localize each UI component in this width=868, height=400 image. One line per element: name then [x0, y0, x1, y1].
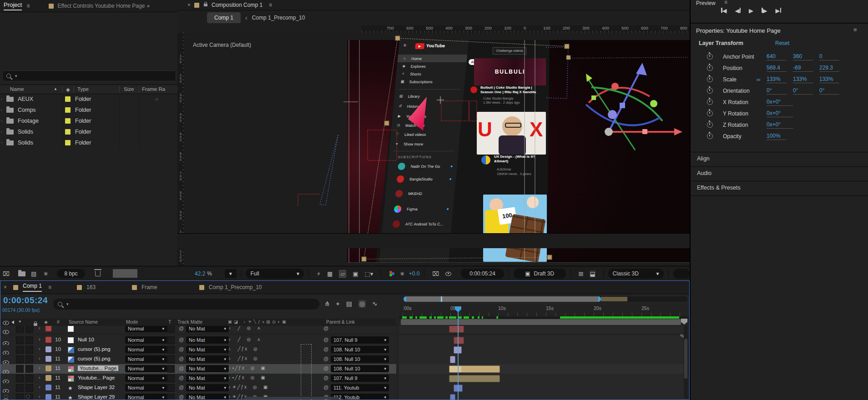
- parent-pickwhip-icon[interactable]: @: [323, 375, 328, 380]
- col-name[interactable]: Name: [10, 86, 24, 92]
- layer-name[interactable]: cursor (5).png: [78, 346, 111, 352]
- breadcrumb-chevron-icon[interactable]: ‹: [245, 14, 247, 21]
- renderer-dropdown[interactable]: Classic 3D▾: [608, 269, 664, 279]
- parent-pickwhip-icon[interactable]: @: [323, 326, 328, 331]
- layer-switches[interactable]: ♁▪╱ƒx ◎ ▣: [228, 375, 266, 380]
- tab-163[interactable]: 163: [86, 284, 96, 290]
- col-num[interactable]: #: [57, 319, 60, 325]
- transparency-grid-icon[interactable]: ▦: [327, 270, 333, 277]
- layer-switch-box[interactable]: [16, 346, 24, 354]
- clipped-button[interactable]: [673, 269, 690, 279]
- layer-switch-box[interactable]: [25, 365, 33, 373]
- graph-editor-icon[interactable]: ∿: [372, 300, 378, 308]
- layer-name[interactable]: cursor (5).png: [78, 356, 111, 361]
- stopwatch-icon[interactable]: [707, 99, 713, 105]
- timeline-lane[interactable]: [399, 345, 686, 355]
- layer-switch-box[interactable]: [16, 375, 24, 382]
- tab-project[interactable]: Project: [4, 1, 22, 10]
- mask-visibility-icon[interactable]: ▣: [353, 270, 358, 277]
- lock-icon[interactable]: [204, 4, 207, 6]
- col-frame-rate[interactable]: Frame Ra: [142, 86, 165, 92]
- layer-expander-icon[interactable]: ›: [39, 394, 40, 399]
- navigator-handle-left[interactable]: [404, 296, 406, 302]
- stopwatch-icon[interactable]: [707, 54, 713, 60]
- layer-expander-icon[interactable]: ›: [39, 346, 40, 351]
- timeline-layer-row[interactable]: ›11Youtube... PageNormal▾@No Mat▾♁▪╱ƒx ◎…: [0, 374, 396, 384]
- t-switch-box[interactable]: [167, 326, 175, 333]
- tab-precomp[interactable]: Comp 1_Precomp_10: [209, 284, 262, 290]
- blend-mode-dropdown[interactable]: Normal▾: [125, 365, 167, 372]
- parent-pickwhip-icon[interactable]: @: [323, 337, 328, 342]
- layer-duration-bar[interactable]: [450, 394, 455, 400]
- layer-label-swatch[interactable]: [45, 394, 51, 400]
- audio-section[interactable]: Audio: [697, 170, 712, 176]
- parent-pickwhip-icon[interactable]: @: [323, 365, 328, 371]
- first-frame-button[interactable]: ◀: [721, 7, 727, 14]
- layer-label-swatch[interactable]: [45, 326, 51, 331]
- work-area-bar[interactable]: [401, 319, 681, 325]
- parent-dropdown[interactable]: 112. Youtub▾: [331, 394, 389, 400]
- layer-expander-icon[interactable]: ›: [39, 356, 40, 361]
- project-row-solids-1[interactable]: › Solids Folder: [0, 126, 177, 137]
- mini-flowchart-icon[interactable]: ⋔: [324, 300, 330, 308]
- parent-dropdown[interactable]: 111. Youtub▾: [331, 384, 389, 391]
- stopwatch-icon[interactable]: [707, 65, 713, 71]
- layer-label-swatch[interactable]: [45, 337, 51, 343]
- last-frame-button[interactable]: ▶: [776, 7, 782, 14]
- col-t[interactable]: T: [168, 319, 171, 325]
- expander-icon[interactable]: ›: [1, 108, 2, 112]
- tab-frame[interactable]: Frame: [141, 284, 157, 290]
- audio-column-icon[interactable]: [11, 320, 14, 324]
- track-matte-dropdown[interactable]: No Mat▾: [186, 346, 229, 353]
- parent-dropdown[interactable]: 107. Null 9▾: [331, 375, 389, 382]
- horizontal-ruler[interactable]: 7006005004003002001000100200300400500600…: [362, 25, 690, 33]
- new-composition-icon[interactable]: ▤: [31, 270, 36, 277]
- exposure-value[interactable]: +0.0: [409, 270, 420, 277]
- blend-mode-dropdown[interactable]: Normal▾: [125, 394, 167, 400]
- layer-name[interactable]: Shape Layer 32: [78, 385, 115, 390]
- layer-duration-bar[interactable]: [454, 337, 464, 344]
- project-search-input[interactable]: ▾: [2, 70, 176, 81]
- t-switch-box[interactable]: [167, 346, 175, 354]
- layer-switch-box[interactable]: [25, 384, 33, 392]
- timeline-lane[interactable]: [399, 393, 686, 400]
- timeline-lane[interactable]: [399, 355, 686, 365]
- expander-icon[interactable]: ›: [1, 97, 2, 101]
- label-column-icon[interactable]: ◈: [66, 86, 70, 93]
- vertical-ruler[interactable]: 1 0 02 0 03 0 04 0 05 0 06 0 07 0 08 0 0…: [177, 33, 185, 266]
- timeline-lane[interactable]: [399, 335, 686, 345]
- matte-pickwhip-icon[interactable]: @: [179, 356, 184, 361]
- t-switch-box[interactable]: [167, 384, 175, 392]
- layer-label-swatch[interactable]: [45, 385, 51, 390]
- layer-switch-box[interactable]: [16, 355, 24, 363]
- project-row-footage[interactable]: › Footage Folder: [0, 115, 177, 126]
- project-row-solids-2[interactable]: › Solids Folder: [0, 137, 177, 148]
- panel-menu-icon[interactable]: ≡: [724, 0, 727, 5]
- shy-layers-icon[interactable]: ⌖: [336, 300, 340, 308]
- navigator-bar[interactable]: [404, 296, 601, 302]
- layer-duration-bar[interactable]: [450, 356, 455, 363]
- align-section[interactable]: Align: [697, 155, 710, 162]
- v-scrollbar-thumb[interactable]: [684, 339, 687, 379]
- new-folder-icon[interactable]: [18, 271, 25, 276]
- label-color-swatch[interactable]: [65, 129, 71, 135]
- parent-dropdown[interactable]: 107. Null 9▾: [331, 336, 389, 344]
- stopwatch-icon[interactable]: [707, 76, 713, 82]
- project-row-aeux[interactable]: › AEUX Folder ⁘: [0, 94, 177, 105]
- layer-visibility-icon[interactable]: [3, 330, 9, 334]
- blend-mode-dropdown[interactable]: Normal▾: [125, 375, 167, 382]
- crop-region-icon[interactable]: ⬚▾: [365, 270, 373, 277]
- label-color-swatch[interactable]: [65, 118, 71, 124]
- snapshot-camera-icon[interactable]: ⌧: [432, 270, 439, 277]
- timeline-lane[interactable]: [399, 374, 686, 384]
- col-track-matte[interactable]: Track Matte: [177, 319, 202, 325]
- expander-icon[interactable]: ›: [1, 130, 2, 134]
- layer-name[interactable]: Null 10: [78, 337, 94, 342]
- t-switch-box[interactable]: [167, 375, 175, 382]
- matte-pickwhip-icon[interactable]: @: [179, 326, 184, 331]
- 3d-gizmo[interactable]: [586, 63, 682, 150]
- project-row-comps[interactable]: › Comps Folder: [0, 105, 177, 115]
- blend-mode-dropdown[interactable]: Normal▾: [125, 336, 167, 344]
- col-type[interactable]: Type: [77, 86, 89, 92]
- track-matte-dropdown[interactable]: No Mat▾: [186, 365, 229, 372]
